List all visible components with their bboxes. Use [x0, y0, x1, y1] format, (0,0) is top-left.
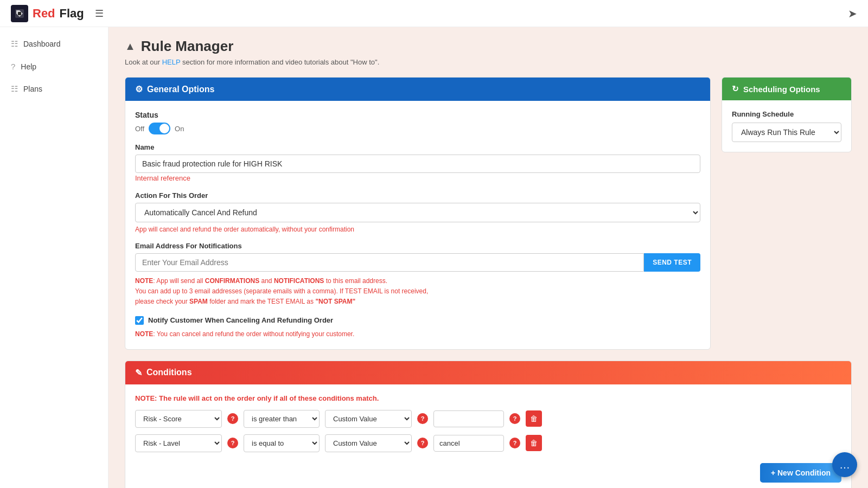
note-text2: to this email address. — [324, 277, 387, 285]
condition-2-field-select[interactable]: Risk - Lavel Risk - Score Order Total — [135, 434, 222, 452]
sidebar-item-plans-label: Plans — [23, 85, 42, 93]
sidebar: ☷ Dashboard ? Help ☷ Plans — [0, 27, 108, 488]
logout-icon[interactable]: ➤ — [848, 7, 857, 20]
svg-rect-1 — [18, 12, 21, 15]
conditions-title: Conditions — [146, 368, 192, 377]
help-link[interactable]: HELP — [162, 58, 181, 66]
scheduling-col: ↻ Scheduling Options Running Schedule Al… — [722, 77, 852, 350]
notify-checkbox-label: Notify Customer When Canceling And Refun… — [148, 316, 333, 324]
subtitle-suffix: section for more information and video t… — [180, 58, 379, 66]
chat-bubble[interactable]: … — [832, 452, 857, 477]
gear-icon: ⚙ — [135, 84, 143, 94]
topnav: RedFlag ☰ ➤ — [0, 0, 868, 27]
general-options-col: ⚙ General Options Status Off On — [125, 77, 711, 350]
subtitle-prefix: Look at our — [125, 58, 162, 66]
condition-1-valuetype-select[interactable]: Custom Value Fixed Value — [325, 410, 412, 428]
condition-1-value-help[interactable]: ? — [509, 413, 520, 424]
logo-red: Red — [33, 7, 55, 21]
general-options-body: Status Off On Name Internal reference — [125, 101, 710, 349]
name-label: Name — [135, 143, 700, 151]
running-schedule-label: Running Schedule — [732, 110, 841, 118]
sidebar-item-plans[interactable]: ☷ Plans — [0, 78, 108, 100]
condition-2-valuetype-select[interactable]: Custom Value Fixed Value — [325, 434, 412, 452]
dashboard-icon: ☷ — [11, 39, 18, 49]
general-options-title: General Options — [147, 85, 214, 94]
note-text1: : App will send all — [153, 277, 205, 285]
condition-2-valuetype-help[interactable]: ? — [417, 438, 428, 448]
not-spam-text: "NOT SPAM" — [315, 298, 355, 305]
new-condition-button[interactable]: + New Condition — [760, 463, 841, 483]
action-select[interactable]: Automatically Cancel And Refund Cancel O… — [135, 203, 700, 222]
condition-2-delete-button[interactable]: 🗑 — [526, 435, 542, 451]
options-area: ⚙ General Options Status Off On — [125, 77, 852, 350]
send-test-button[interactable]: SEND TEST — [644, 253, 700, 272]
action-note: App will cancel and refund the order aut… — [135, 226, 700, 233]
name-group: Name Internal reference — [135, 143, 700, 183]
condition-2-operator-select[interactable]: is equal to is not equal to contains — [244, 434, 320, 452]
conditions-card: ✎ Conditions NOTE: The rule will act on … — [125, 361, 852, 488]
note-bold-prefix: NOTE — [135, 277, 153, 285]
condition-1-field-select[interactable]: Risk - Score Risk - Lavel Order Total — [135, 410, 222, 428]
spam-text: SPAM — [189, 298, 208, 305]
checkbox-note-prefix: NOTE — [135, 330, 153, 338]
toggle-on-label: On — [175, 125, 184, 133]
email-note: NOTE: App will send all CONFIRMATIONS an… — [135, 276, 700, 307]
checkbox-note: NOTE: You can cancel and refund the orde… — [135, 329, 700, 339]
general-options-card: ⚙ General Options Status Off On — [125, 77, 711, 350]
condition-row-2: Risk - Lavel Risk - Score Order Total ? … — [135, 434, 841, 452]
status-group: Status Off On — [135, 111, 700, 134]
confirmations-text: CONFIRMATIONS — [205, 277, 259, 285]
internal-reference-link[interactable]: Internal reference — [135, 174, 190, 182]
sidebar-item-dashboard-label: Dashboard — [23, 40, 61, 48]
notify-checkbox-row: Notify Customer When Canceling And Refun… — [135, 316, 700, 325]
menu-icon[interactable]: ☰ — [95, 8, 104, 20]
scheduling-card: ↻ Scheduling Options Running Schedule Al… — [722, 77, 852, 152]
edit-icon: ✎ — [135, 368, 142, 378]
new-condition-area: + New Condition — [135, 459, 841, 487]
note-line2: You can add up to 3 email addresses (sep… — [135, 287, 428, 295]
main-content: ▲ Rule Manager Look at our HELP section … — [108, 27, 868, 488]
checkbox-note-text: : You can cancel and refund the order wi… — [153, 330, 354, 338]
condition-2-value-input[interactable] — [433, 435, 504, 452]
layout: ☷ Dashboard ? Help ☷ Plans ▲ Rule Manage… — [0, 27, 868, 488]
general-options-header: ⚙ General Options — [125, 78, 710, 101]
action-group: Action For This Order Automatically Canc… — [135, 191, 700, 233]
scheduling-header: ↻ Scheduling Options — [722, 78, 851, 100]
conditions-note: NOTE: The rule will act on the order onl… — [135, 394, 841, 402]
toggle-group: Off On — [135, 123, 700, 134]
plans-icon: ☷ — [11, 84, 18, 94]
email-label: Email Address For Notifications — [135, 242, 700, 250]
page-title: Rule Manager — [141, 38, 234, 55]
status-toggle[interactable] — [149, 123, 170, 134]
logo: RedFlag — [11, 5, 84, 22]
condition-1-value-input[interactable] — [433, 410, 504, 427]
filter-icon: ▲ — [125, 40, 136, 53]
schedule-select[interactable]: Always Run This Rule Run on Schedule Run… — [732, 123, 841, 142]
status-label: Status — [135, 111, 700, 119]
note-line3-mid: folder and mark the TEST EMAIL as — [208, 298, 316, 305]
condition-1-field-help[interactable]: ? — [227, 413, 238, 424]
conditions-header: ✎ Conditions — [125, 361, 851, 384]
toggle-off-label: Off — [135, 125, 144, 133]
sidebar-item-help[interactable]: ? Help — [0, 55, 108, 78]
note-line3-prefix: please check your — [135, 298, 189, 305]
email-row: SEND TEST — [135, 253, 700, 272]
condition-1-valuetype-help[interactable]: ? — [417, 413, 428, 424]
email-input[interactable] — [135, 253, 644, 272]
notify-checkbox[interactable] — [135, 316, 144, 325]
logo-black: Flag — [60, 7, 84, 21]
note-and: and — [259, 277, 274, 285]
sidebar-item-dashboard[interactable]: ☷ Dashboard — [0, 33, 108, 55]
action-label: Action For This Order — [135, 191, 700, 200]
logo-icon — [11, 5, 28, 22]
condition-2-value-help[interactable]: ? — [509, 438, 520, 448]
condition-1-operator-select[interactable]: is greater than is less than is equal to — [244, 410, 320, 428]
email-group: Email Address For Notifications SEND TES… — [135, 242, 700, 307]
scheduling-body: Running Schedule Always Run This Rule Ru… — [722, 100, 851, 152]
notifications-text: NOTIFICATIONS — [274, 277, 324, 285]
condition-row-1: Risk - Score Risk - Lavel Order Total ? … — [135, 410, 841, 428]
name-input[interactable] — [135, 155, 700, 173]
condition-1-delete-button[interactable]: 🗑 — [526, 410, 542, 427]
condition-2-field-help[interactable]: ? — [227, 438, 238, 448]
scheduling-title: Scheduling Options — [743, 85, 820, 94]
